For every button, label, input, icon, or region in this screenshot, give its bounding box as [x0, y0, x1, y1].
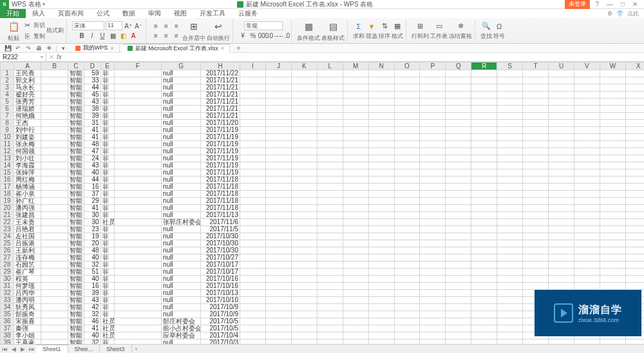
col-header-J[interactable]: J: [265, 62, 291, 70]
cell[interactable]: [574, 205, 600, 212]
menubar-hint[interactable]: 点此: [627, 10, 639, 18]
cell[interactable]: [343, 162, 368, 169]
row-header[interactable]: 27: [1, 254, 14, 262]
cell[interactable]: [265, 120, 291, 127]
cell[interactable]: [291, 127, 317, 134]
cell[interactable]: [523, 162, 549, 169]
cell[interactable]: 33: [84, 77, 100, 84]
cell[interactable]: 菲: [100, 162, 114, 169]
cell[interactable]: [471, 91, 497, 99]
cell[interactable]: 菲: [100, 233, 114, 240]
cell[interactable]: [114, 226, 162, 233]
cell[interactable]: [471, 283, 497, 290]
cell[interactable]: [420, 134, 446, 141]
cell[interactable]: [41, 339, 68, 345]
cell[interactable]: [240, 325, 266, 332]
cell[interactable]: 张秀芳: [14, 99, 41, 106]
maximize-icon[interactable]: □: [618, 1, 627, 8]
cell[interactable]: [394, 297, 420, 304]
cell[interactable]: [240, 219, 266, 226]
cell[interactable]: [291, 134, 317, 141]
cell[interactable]: [497, 262, 523, 269]
cell[interactable]: 菲: [100, 141, 114, 148]
cell[interactable]: [240, 212, 266, 219]
cell[interactable]: [317, 91, 343, 99]
menu-formula[interactable]: 公式: [90, 9, 116, 18]
cell[interactable]: 2017/11/18: [201, 205, 240, 212]
cell[interactable]: 智能: [68, 99, 84, 106]
cell[interactable]: [600, 91, 625, 99]
menu-data[interactable]: 数据: [116, 9, 142, 18]
dec-dec-icon[interactable]: ←.0: [279, 31, 289, 40]
cell[interactable]: 16: [84, 184, 100, 191]
dec-inc-icon[interactable]: .0→: [269, 31, 278, 40]
cell[interactable]: 2017/11/6: [201, 219, 240, 226]
cell[interactable]: [114, 304, 162, 311]
cell[interactable]: [549, 283, 574, 290]
menu-insert[interactable]: 插入: [26, 9, 52, 18]
cell[interactable]: 40: [84, 169, 100, 176]
cell[interactable]: 崔广琴: [14, 269, 41, 276]
cell[interactable]: [497, 269, 523, 276]
cell[interactable]: [625, 276, 644, 283]
cell[interactable]: [574, 127, 600, 134]
cell[interactable]: 菲: [100, 339, 114, 345]
cell[interactable]: [574, 141, 600, 148]
cell[interactable]: [265, 134, 291, 141]
cell[interactable]: 41: [84, 127, 100, 134]
row-header[interactable]: 3: [1, 84, 14, 91]
cell[interactable]: [497, 77, 523, 84]
col-header-F[interactable]: F: [114, 62, 162, 70]
cell[interactable]: [368, 84, 394, 91]
cell[interactable]: null: [162, 77, 201, 84]
cell[interactable]: [600, 247, 625, 254]
cell[interactable]: [446, 304, 471, 311]
cell[interactable]: [394, 155, 420, 162]
cell[interactable]: [343, 332, 368, 339]
cell[interactable]: [343, 191, 368, 198]
cell[interactable]: 菲: [100, 269, 114, 276]
row-header[interactable]: 17: [1, 184, 14, 191]
cell[interactable]: [265, 219, 291, 226]
cell[interactable]: [497, 106, 523, 113]
cell[interactable]: null: [162, 290, 201, 297]
row-header[interactable]: 28: [1, 262, 14, 269]
cell[interactable]: 社员: [100, 318, 114, 325]
copy-icon[interactable]: ⎘: [22, 31, 32, 41]
cell[interactable]: 智能: [68, 290, 84, 297]
row-header[interactable]: 11: [1, 141, 14, 148]
cell[interactable]: [291, 304, 317, 311]
cell[interactable]: [574, 84, 600, 91]
cell[interactable]: [240, 148, 266, 155]
cell[interactable]: [625, 283, 644, 290]
fx-icon[interactable]: fx: [57, 53, 62, 61]
cell[interactable]: 智能: [68, 304, 84, 311]
cell[interactable]: 智能: [68, 332, 84, 339]
cell[interactable]: 智能: [68, 233, 84, 240]
cell[interactable]: [394, 99, 420, 106]
cell[interactable]: 菲: [100, 99, 114, 106]
cell[interactable]: [574, 70, 600, 77]
cell[interactable]: [446, 311, 471, 318]
cell[interactable]: 吕艳君: [14, 226, 41, 233]
cell[interactable]: [114, 219, 162, 226]
cell[interactable]: [600, 134, 625, 141]
cell[interactable]: [343, 254, 368, 262]
col-header-K[interactable]: K: [291, 62, 317, 70]
cell[interactable]: [394, 233, 420, 240]
cell[interactable]: [471, 198, 497, 205]
cell[interactable]: [446, 141, 471, 148]
cell[interactable]: [343, 169, 368, 176]
cell[interactable]: 智能: [68, 339, 84, 345]
cell[interactable]: 连存梅: [14, 254, 41, 262]
cell[interactable]: 智能: [68, 318, 84, 325]
cell[interactable]: [265, 269, 291, 276]
cell[interactable]: [265, 339, 291, 345]
cell[interactable]: 程英: [14, 276, 41, 283]
cell[interactable]: [497, 99, 523, 106]
cell[interactable]: [41, 311, 68, 318]
cell[interactable]: 23: [84, 226, 100, 233]
cell[interactable]: 秦强: [14, 325, 41, 332]
cell[interactable]: [625, 184, 644, 191]
cell[interactable]: [420, 212, 446, 219]
